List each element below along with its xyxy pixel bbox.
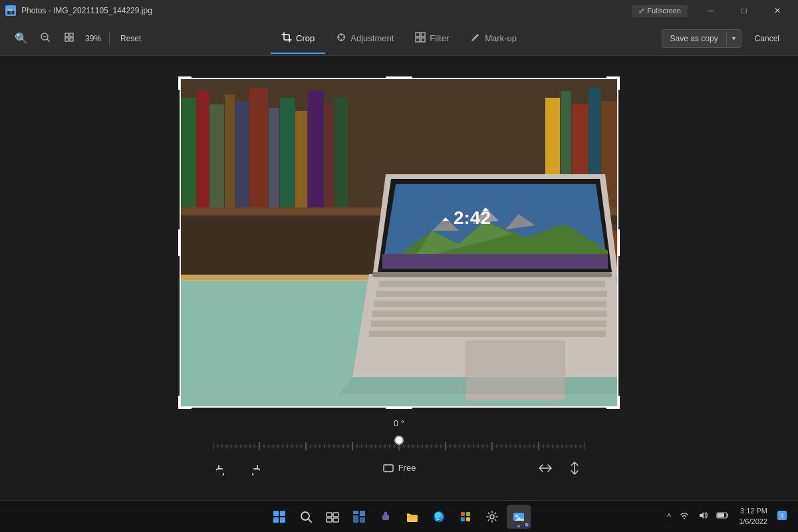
taskbar-widgets-button[interactable] <box>347 505 371 529</box>
zoom-in-button[interactable]: 🔍 <box>11 28 32 49</box>
svg-rect-165 <box>360 517 365 523</box>
photo-display: 2:42 <box>180 78 618 408</box>
toolbar-right: Save as copy ▾ Cancel <box>662 29 787 48</box>
wifi-icon[interactable] <box>676 507 692 525</box>
svg-rect-3 <box>65 33 68 37</box>
tab-crop-label: Crop <box>296 33 315 43</box>
crop-handle-top-right[interactable] <box>606 76 620 90</box>
flip-vertical-button[interactable] <box>564 458 585 479</box>
zoom-in-icon: 🔍 <box>15 32 28 45</box>
svg-rect-169 <box>407 514 411 516</box>
svg-rect-152 <box>384 465 393 471</box>
titlebar-controls: ⤢ Fullscreen ─ □ ✕ <box>632 0 793 21</box>
svg-rect-8 <box>416 33 420 37</box>
crop-handle-bottom-mid[interactable] <box>386 396 412 409</box>
svg-rect-173 <box>461 517 465 521</box>
taskbar-photos-button[interactable] <box>507 505 531 529</box>
toolbar-left: 🔍 39% Reset <box>11 28 146 49</box>
zoom-level: 39% <box>82 34 104 43</box>
titlebar: 📷 Photos - IMG_20211105_144229.jpg ⤢ Ful… <box>0 0 798 21</box>
battery-icon[interactable] <box>714 507 732 525</box>
svg-rect-171 <box>461 512 465 516</box>
crop-handle-top-left[interactable] <box>178 76 192 90</box>
svg-rect-159 <box>333 513 338 517</box>
taskbar-start-button[interactable] <box>267 505 291 529</box>
svg-rect-155 <box>273 517 279 523</box>
taskbar-search-button[interactable] <box>294 505 318 529</box>
close-button[interactable]: ✕ <box>762 0 793 21</box>
crop-handle-bottom-right[interactable] <box>606 396 620 409</box>
svg-text:2:42: 2:42 <box>454 207 491 228</box>
taskbar-edge-button[interactable] <box>427 505 451 529</box>
image-container[interactable]: 2:42 <box>180 78 618 408</box>
toolbar-tabs: Crop Adjustment Filter <box>271 28 527 49</box>
rotate-ccw-button[interactable] <box>213 458 234 479</box>
crop-handle-bottom-left[interactable] <box>178 396 192 409</box>
taskbar-store-button[interactable] <box>454 505 477 529</box>
fit-button[interactable] <box>59 28 80 49</box>
tray-chevron[interactable]: ^ <box>664 509 674 524</box>
svg-rect-160 <box>327 518 332 522</box>
reset-button[interactable]: Reset <box>115 31 146 46</box>
save-copy-dropdown-button[interactable]: ▾ <box>726 31 741 46</box>
crop-handle-top-mid[interactable] <box>386 76 412 90</box>
svg-rect-58 <box>382 254 608 269</box>
volume-icon[interactable] <box>695 507 711 525</box>
svg-marker-68 <box>339 377 618 394</box>
save-copy-button-group: Save as copy ▾ <box>662 29 741 48</box>
save-copy-main-button[interactable]: Save as copy <box>662 30 726 47</box>
crop-handle-mid-right[interactable] <box>606 229 620 256</box>
crop-handle-mid-left[interactable] <box>178 229 192 256</box>
svg-text:1: 1 <box>780 512 783 519</box>
time-date-display[interactable]: 3:12 PM 1/6/2022 <box>735 505 771 528</box>
zoom-out-button[interactable] <box>35 28 56 49</box>
svg-rect-63 <box>372 311 606 317</box>
rotation-thumb[interactable] <box>394 436 404 445</box>
taskbar-taskview-button[interactable] <box>321 505 344 529</box>
taskbar-settings-button[interactable] <box>480 505 504 529</box>
toolbar-divider <box>109 32 110 45</box>
tab-adjustment-label: Adjustment <box>350 33 394 43</box>
crop-right-controls <box>535 458 585 479</box>
photos-active-indicator <box>524 522 529 527</box>
toolbar: 🔍 39% Reset <box>0 21 798 56</box>
svg-rect-161 <box>333 518 338 522</box>
taskbar-teams-button[interactable] <box>374 505 398 529</box>
svg-rect-62 <box>374 301 606 307</box>
main-editing-area: 2:42 <box>0 56 798 500</box>
fullscreen-button[interactable]: ⤢ Fullscreen <box>632 5 688 17</box>
maximize-button[interactable]: □ <box>729 0 759 21</box>
svg-rect-180 <box>718 513 724 517</box>
dropdown-icon: ▾ <box>732 35 735 42</box>
svg-rect-6 <box>70 38 73 41</box>
tab-markup-label: Mark-up <box>485 33 517 43</box>
minimize-button[interactable]: ─ <box>696 0 726 21</box>
titlebar-title: Photos - IMG_20211105_144229.jpg <box>21 6 152 15</box>
system-tray: ^ 3:12 PM 1/6/2022 <box>664 505 790 528</box>
svg-rect-64 <box>371 321 606 327</box>
svg-rect-153 <box>273 511 279 516</box>
rotation-slider-container[interactable]: // ticks rendered below // rendered inli… <box>213 434 585 447</box>
tab-markup[interactable]: Mark-up <box>460 28 527 49</box>
tab-crop[interactable]: Crop <box>271 28 325 49</box>
taskbar-explorer-button[interactable] <box>400 505 424 529</box>
svg-rect-17 <box>209 104 224 207</box>
svg-rect-158 <box>327 513 332 517</box>
tab-filter[interactable]: Filter <box>404 28 460 49</box>
svg-rect-24 <box>308 91 324 207</box>
tab-adjustment[interactable]: Adjustment <box>325 28 404 49</box>
svg-point-167 <box>384 511 388 515</box>
svg-rect-10 <box>416 38 420 42</box>
svg-line-2 <box>47 39 49 41</box>
svg-rect-15 <box>180 98 196 207</box>
notification-icon[interactable]: 1 <box>774 507 790 525</box>
cancel-button[interactable]: Cancel <box>747 30 787 47</box>
svg-rect-69 <box>372 272 612 277</box>
free-aspect-button[interactable]: Free <box>377 460 422 477</box>
svg-rect-16 <box>197 91 209 207</box>
svg-rect-4 <box>70 33 73 37</box>
flip-horizontal-button[interactable] <box>535 458 556 479</box>
svg-point-157 <box>301 512 309 520</box>
rotate-cw-button[interactable] <box>242 458 263 479</box>
svg-rect-11 <box>421 38 425 42</box>
